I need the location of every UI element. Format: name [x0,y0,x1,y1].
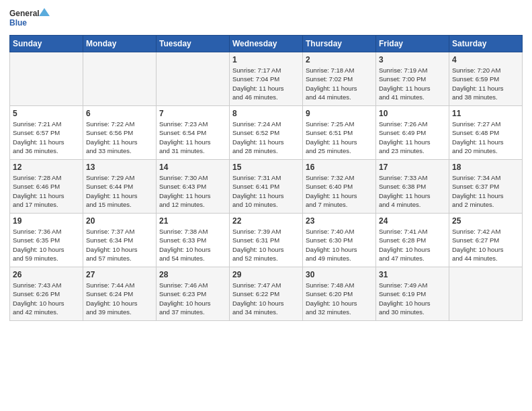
calendar-day-cell: 20Sunrise: 7:37 AM Sunset: 6:34 PM Dayli… [83,214,157,267]
day-number: 12 [13,163,80,172]
calendar-day-cell: 13Sunrise: 7:29 AM Sunset: 6:44 PM Dayli… [83,160,157,214]
calendar-day-cell: 4Sunrise: 7:20 AM Sunset: 6:59 PM Daylig… [449,52,523,106]
day-info: Sunrise: 7:30 AM Sunset: 6:43 PM Dayligh… [159,173,226,209]
day-info: Sunrise: 7:42 AM Sunset: 6:27 PM Dayligh… [452,227,519,263]
svg-text:General: General [9,9,40,18]
day-number: 9 [306,109,373,118]
calendar-day-cell: 23Sunrise: 7:40 AM Sunset: 6:30 PM Dayli… [303,214,376,267]
day-info: Sunrise: 7:23 AM Sunset: 6:54 PM Dayligh… [159,120,226,155]
svg-text:Blue: Blue [9,18,27,28]
calendar-day-cell: 29Sunrise: 7:47 AM Sunset: 6:22 PM Dayli… [230,267,303,321]
day-info: Sunrise: 7:48 AM Sunset: 6:20 PM Dayligh… [306,281,373,316]
weekday-header-cell: Sunday [10,36,83,52]
day-info: Sunrise: 7:19 AM Sunset: 7:00 PM Dayligh… [379,66,446,101]
day-info: Sunrise: 7:24 AM Sunset: 6:52 PM Dayligh… [232,120,300,155]
calendar-day-cell: 10Sunrise: 7:26 AM Sunset: 6:49 PM Dayli… [376,106,449,160]
calendar-day-cell: 31Sunrise: 7:49 AM Sunset: 6:19 PM Dayli… [376,267,449,321]
day-number: 6 [86,109,153,118]
page-container: General Blue SundayMondayTuesdayWednesda… [0,0,532,326]
calendar-day-cell: 18Sunrise: 7:34 AM Sunset: 6:37 PM Dayli… [449,160,523,214]
day-number: 1 [232,55,300,64]
calendar-day-cell [83,52,157,106]
calendar-week-row: 12Sunrise: 7:28 AM Sunset: 6:46 PM Dayli… [10,160,523,214]
day-number: 4 [452,55,519,64]
day-info: Sunrise: 7:40 AM Sunset: 6:30 PM Dayligh… [306,227,373,263]
day-number: 29 [232,270,300,279]
calendar-day-cell: 7Sunrise: 7:23 AM Sunset: 6:54 PM Daylig… [157,106,230,160]
weekday-header-cell: Friday [376,36,449,52]
day-info: Sunrise: 7:25 AM Sunset: 6:51 PM Dayligh… [306,120,373,155]
day-info: Sunrise: 7:43 AM Sunset: 6:26 PM Dayligh… [13,281,80,316]
calendar-day-cell: 21Sunrise: 7:38 AM Sunset: 6:33 PM Dayli… [157,214,230,267]
calendar-table: SundayMondayTuesdayWednesdayThursdayFrid… [9,35,523,321]
calendar-day-cell [449,267,523,321]
weekday-header-cell: Monday [83,36,157,52]
weekday-header-cell: Thursday [303,36,376,52]
svg-marker-2 [39,8,50,16]
calendar-week-row: 5Sunrise: 7:21 AM Sunset: 6:57 PM Daylig… [10,106,523,160]
calendar-day-cell: 9Sunrise: 7:25 AM Sunset: 6:51 PM Daylig… [303,106,376,160]
day-number: 25 [452,216,519,226]
header-area: General Blue [9,7,523,31]
day-info: Sunrise: 7:29 AM Sunset: 6:44 PM Dayligh… [86,173,153,209]
day-info: Sunrise: 7:32 AM Sunset: 6:40 PM Dayligh… [306,173,373,209]
calendar-day-cell: 3Sunrise: 7:19 AM Sunset: 7:00 PM Daylig… [376,52,449,106]
day-info: Sunrise: 7:38 AM Sunset: 6:33 PM Dayligh… [159,227,226,263]
day-number: 7 [159,109,226,118]
day-number: 23 [306,216,373,226]
day-number: 3 [379,55,446,64]
calendar-day-cell: 30Sunrise: 7:48 AM Sunset: 6:20 PM Dayli… [303,267,376,321]
calendar-body: 1Sunrise: 7:17 AM Sunset: 7:04 PM Daylig… [10,52,523,321]
day-number: 30 [306,270,373,279]
calendar-day-cell [10,52,83,106]
day-info: Sunrise: 7:20 AM Sunset: 6:59 PM Dayligh… [452,66,519,101]
calendar-week-row: 26Sunrise: 7:43 AM Sunset: 6:26 PM Dayli… [10,267,523,321]
calendar-day-cell: 27Sunrise: 7:44 AM Sunset: 6:24 PM Dayli… [83,267,157,321]
day-number: 24 [379,216,446,226]
day-number: 31 [379,270,446,279]
weekday-header-cell: Wednesday [230,36,303,52]
day-number: 17 [379,163,446,172]
calendar-day-cell: 12Sunrise: 7:28 AM Sunset: 6:46 PM Dayli… [10,160,83,214]
calendar-day-cell [157,52,230,106]
day-info: Sunrise: 7:18 AM Sunset: 7:02 PM Dayligh… [306,66,373,101]
day-info: Sunrise: 7:33 AM Sunset: 6:38 PM Dayligh… [379,173,446,209]
day-info: Sunrise: 7:44 AM Sunset: 6:24 PM Dayligh… [86,281,153,316]
weekday-header-row: SundayMondayTuesdayWednesdayThursdayFrid… [10,36,523,52]
calendar-day-cell: 14Sunrise: 7:30 AM Sunset: 6:43 PM Dayli… [157,160,230,214]
day-number: 5 [13,109,80,118]
calendar-day-cell: 24Sunrise: 7:41 AM Sunset: 6:28 PM Dayli… [376,214,449,267]
calendar-day-cell: 28Sunrise: 7:46 AM Sunset: 6:23 PM Dayli… [157,267,230,321]
day-info: Sunrise: 7:47 AM Sunset: 6:22 PM Dayligh… [232,281,300,316]
calendar-day-cell: 5Sunrise: 7:21 AM Sunset: 6:57 PM Daylig… [10,106,83,160]
calendar-day-cell: 16Sunrise: 7:32 AM Sunset: 6:40 PM Dayli… [303,160,376,214]
day-number: 18 [452,163,519,172]
day-number: 13 [86,163,153,172]
calendar-day-cell: 1Sunrise: 7:17 AM Sunset: 7:04 PM Daylig… [230,52,303,106]
day-info: Sunrise: 7:21 AM Sunset: 6:57 PM Dayligh… [13,120,80,155]
day-info: Sunrise: 7:27 AM Sunset: 6:48 PM Dayligh… [452,120,519,155]
calendar-day-cell: 25Sunrise: 7:42 AM Sunset: 6:27 PM Dayli… [449,214,523,267]
day-info: Sunrise: 7:22 AM Sunset: 6:56 PM Dayligh… [86,120,153,155]
day-number: 2 [306,55,373,64]
day-number: 21 [159,216,226,226]
day-number: 19 [13,216,80,226]
day-number: 11 [452,109,519,118]
weekday-header-cell: Tuesday [157,36,230,52]
day-number: 10 [379,109,446,118]
day-number: 22 [232,216,300,226]
day-info: Sunrise: 7:34 AM Sunset: 6:37 PM Dayligh… [452,173,519,209]
day-number: 26 [13,270,80,279]
day-number: 27 [86,270,153,279]
calendar-day-cell: 19Sunrise: 7:36 AM Sunset: 6:35 PM Dayli… [10,214,83,267]
day-info: Sunrise: 7:39 AM Sunset: 6:31 PM Dayligh… [232,227,300,263]
day-info: Sunrise: 7:41 AM Sunset: 6:28 PM Dayligh… [379,227,446,263]
calendar-day-cell: 2Sunrise: 7:18 AM Sunset: 7:02 PM Daylig… [303,52,376,106]
logo-svg: General Blue [9,7,50,31]
calendar-day-cell: 15Sunrise: 7:31 AM Sunset: 6:41 PM Dayli… [230,160,303,214]
calendar-day-cell: 6Sunrise: 7:22 AM Sunset: 6:56 PM Daylig… [83,106,157,160]
calendar-day-cell: 26Sunrise: 7:43 AM Sunset: 6:26 PM Dayli… [10,267,83,321]
day-info: Sunrise: 7:46 AM Sunset: 6:23 PM Dayligh… [159,281,226,316]
calendar-day-cell: 22Sunrise: 7:39 AM Sunset: 6:31 PM Dayli… [230,214,303,267]
weekday-header-cell: Saturday [449,36,523,52]
